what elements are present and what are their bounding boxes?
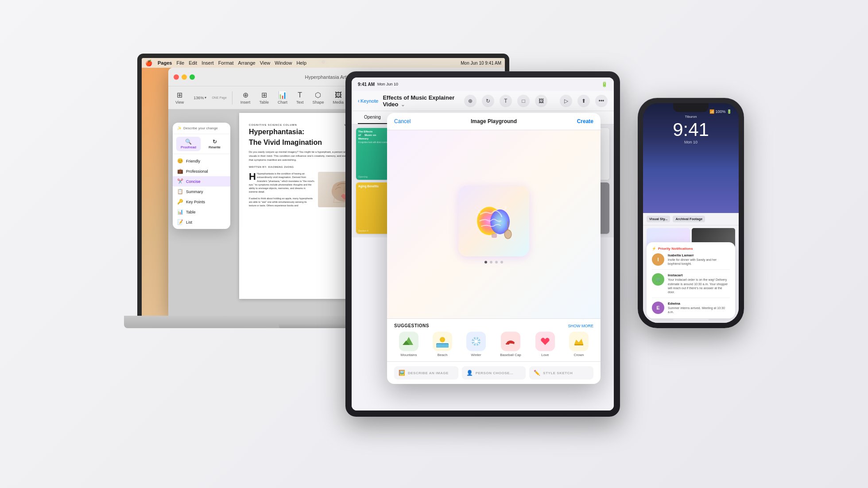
svg-rect-21	[574, 344, 583, 345]
ai-option-keypoints[interactable]: 🔑 Key Points	[173, 197, 230, 207]
suggestion-beach[interactable]: Beach	[433, 332, 452, 357]
image-generator-modal: Cancel Image Playground Create	[387, 113, 601, 384]
crown-label: Crown	[574, 353, 584, 357]
menu-edit[interactable]: Edit	[189, 60, 197, 66]
menu-pages[interactable]: Pages	[158, 60, 172, 66]
ai-writing-panel: ✨ Describe your change 🔍 Proofread	[173, 123, 230, 229]
ai-option-concise[interactable]: ✂️ Concise	[173, 176, 230, 186]
ipad-back-button[interactable]: ‹ Keynote	[358, 98, 378, 104]
slide-1-label: Opening	[358, 175, 368, 178]
ai-option-table[interactable]: 📊 Table	[173, 207, 230, 217]
mountains-label: Mountains	[401, 353, 417, 357]
nav-icon-3[interactable]: T	[500, 95, 512, 107]
svg-point-8	[504, 230, 512, 239]
suggestion-baseball[interactable]: Baseball Cap	[500, 332, 521, 357]
toolbar-insert[interactable]: ⊕ Insert	[238, 89, 253, 106]
beach-icon	[433, 332, 452, 351]
menu-format[interactable]: Format	[218, 60, 234, 66]
person-label: PERSON CHOOSE...	[476, 371, 513, 375]
ai-option-list[interactable]: 📝 List	[173, 217, 230, 227]
describe-content: DESCRIBE AN IMAGE	[408, 371, 449, 375]
app-content: Visual Sty... Archival Footage Visual St…	[643, 213, 739, 323]
edwina-text: Summer interns arrived. Meeting at 10:30…	[668, 306, 730, 314]
minimize-button[interactable]	[182, 74, 187, 80]
cancel-button[interactable]: Cancel	[394, 118, 411, 124]
archival-tab[interactable]: Archival Footage	[673, 216, 705, 222]
edwina-sender: Edwina	[668, 302, 730, 306]
style-field[interactable]: ✏️ STYLE SKETCH	[529, 366, 593, 380]
zoom-control[interactable]: 136% ▾	[194, 96, 206, 100]
menu-insert[interactable]: Insert	[202, 60, 214, 66]
isabella-text: Invite for dinner with Sandy and her boy…	[668, 258, 730, 266]
menubar-datetime: Mon Jun 10 9:41 AM	[461, 61, 501, 66]
nav-icon-5[interactable]: 🖼	[535, 95, 547, 107]
person-field[interactable]: 👤 PERSON CHOOSE...	[462, 366, 526, 380]
toolbar-shape[interactable]: ⬡ Shape	[310, 89, 326, 106]
tab-proofread[interactable]: 🔍 Proofread	[176, 137, 201, 151]
close-button[interactable]	[174, 74, 179, 80]
style-content: STYLE SKETCH	[543, 371, 573, 375]
toolbar-table[interactable]: ⊞ Table	[256, 89, 271, 106]
nav-icon-2[interactable]: ↻	[482, 95, 494, 107]
menu-view[interactable]: View	[260, 60, 271, 66]
baseball-label: Baseball Cap	[500, 353, 521, 357]
create-button[interactable]: Create	[577, 118, 593, 124]
table-label: Table	[259, 100, 269, 105]
modal-title: Image Playground	[471, 118, 517, 124]
nav-icon-4[interactable]: □	[517, 95, 530, 107]
menu-help[interactable]: Help	[296, 60, 306, 66]
instacart-sender: Instacart	[668, 273, 730, 277]
beach-label: Beach	[438, 353, 448, 357]
toolbar-chart[interactable]: 📊 Chart	[275, 89, 290, 106]
tab-rewrite[interactable]: ↻ Rewrite	[202, 137, 227, 151]
shape-label: Shape	[312, 100, 324, 105]
suggestion-winter[interactable]: Winter	[466, 332, 486, 357]
body-text-1: Hyperphantasia is the condition of havin…	[249, 172, 314, 193]
section-tab-opening[interactable]: Opening	[358, 111, 387, 124]
ai-panel-header: ✨ Describe your change	[173, 123, 230, 134]
media-label: Media	[333, 100, 344, 105]
menu-window[interactable]: Window	[275, 60, 292, 66]
nav-icon-more[interactable]: •••	[595, 95, 608, 107]
proofread-icon: 🔍	[176, 139, 201, 145]
summary-label: Summary	[186, 190, 203, 194]
keypoints-label: Key Points	[186, 200, 205, 204]
friendly-label: Friendly	[186, 159, 200, 163]
ipad-date: Mon Jun 10	[377, 82, 398, 86]
nav-icon-share[interactable]: ⬆	[577, 95, 590, 107]
apple-menu[interactable]: 🍎	[145, 60, 152, 66]
svg-rect-5	[492, 233, 497, 238]
show-more-button[interactable]: SHOW MORE	[568, 324, 594, 328]
toolbar-view[interactable]: ⊞ View	[173, 89, 186, 106]
slide-4-label: Section 4	[358, 229, 368, 232]
back-label: Keynote	[360, 98, 378, 104]
suggestion-mountains[interactable]: Mountains	[399, 332, 418, 357]
modal-pagination-dots	[484, 261, 503, 263]
toolbar-media[interactable]: 🖼 Media	[330, 89, 346, 106]
visual-style-tab[interactable]: Visual Sty...	[647, 216, 670, 222]
suggestion-crown[interactable]: Crown	[569, 332, 589, 357]
menu-file[interactable]: File	[176, 60, 184, 66]
nav-icon-1[interactable]: ⊕	[464, 95, 477, 107]
iphone: 📶 100% 🔋 Tiburon 9:41 Mon 10 Visual Sty.…	[638, 98, 744, 328]
toolbar-text[interactable]: T Text	[294, 89, 306, 106]
ai-option-friendly[interactable]: 😊 Friendly	[173, 156, 230, 166]
modal-image-area: ♪ ♫	[387, 130, 601, 318]
menu-items: Pages File Edit Insert Format Arrange Vi…	[158, 60, 306, 66]
window-controls	[174, 74, 195, 80]
suggestion-love[interactable]: Love	[535, 332, 555, 357]
notif-item-isabella[interactable]: I Isabella Lamarr Invite for dinner with…	[652, 253, 730, 270]
table-icon: ⊞	[261, 91, 267, 99]
nav-icon-play[interactable]: ▷	[560, 95, 572, 107]
style-icon: ✏️	[534, 370, 540, 376]
crown-svg	[573, 335, 585, 348]
maximize-button[interactable]	[190, 74, 195, 80]
home-indicator[interactable]	[673, 319, 709, 320]
menu-arrange[interactable]: Arrange	[238, 60, 255, 66]
notif-item-edwina[interactable]: E Edwina Summer interns arrived. Meeting…	[652, 302, 730, 314]
describe-image-field[interactable]: 🖼️ DESCRIBE AN IMAGE	[394, 366, 458, 380]
ai-option-summary[interactable]: 📋 Summary	[173, 186, 230, 197]
ai-option-professional[interactable]: 💼 Professional	[173, 166, 230, 176]
notif-item-instacart[interactable]: 🛒 Instacart Your Instacart order is on t…	[652, 273, 730, 298]
iphone-notch	[673, 103, 709, 112]
